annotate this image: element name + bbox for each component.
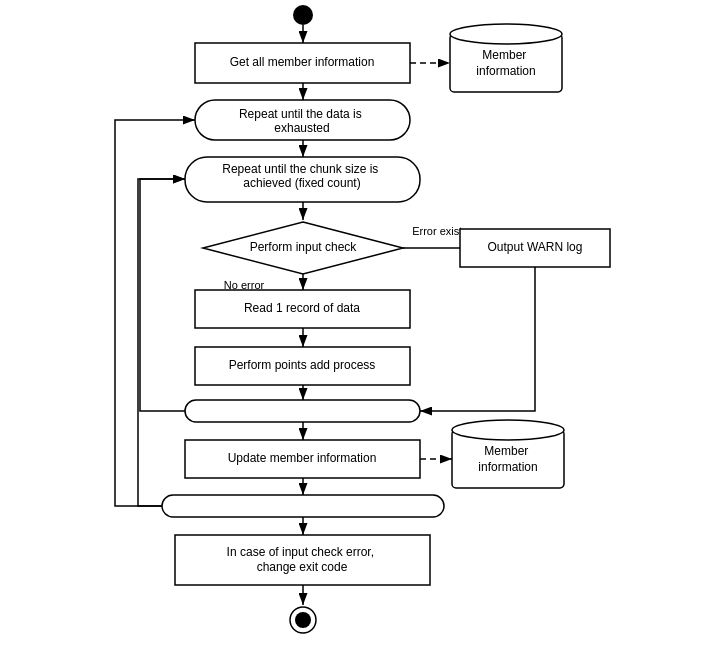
no-error-label: No error	[224, 279, 265, 291]
arrow-merge2-chunk	[138, 179, 185, 506]
member-info-1-top	[450, 24, 562, 44]
update-member-label: Update member information	[228, 451, 377, 465]
warn-log-label: Output WARN log	[488, 240, 583, 254]
input-check-label: Perform input check	[250, 240, 358, 254]
arrow-inner-loop	[140, 179, 185, 411]
flowchart-diagram: Get all member information Member inform…	[0, 0, 705, 663]
member-info-2-top	[452, 420, 564, 440]
get-member-label: Get all member information	[230, 55, 375, 69]
merge1-box	[185, 400, 420, 422]
end-inner	[295, 612, 311, 628]
points-add-label: Perform points add process	[229, 358, 376, 372]
start-node	[293, 5, 313, 25]
arrow-outer-loop	[115, 120, 195, 506]
repeat-chunk-label: Repeat until the chunk size is achieved …	[222, 162, 381, 190]
merge2-box	[162, 495, 444, 517]
arrow-warn-merge1	[420, 267, 535, 411]
read-record-label: Read 1 record of data	[244, 301, 360, 315]
